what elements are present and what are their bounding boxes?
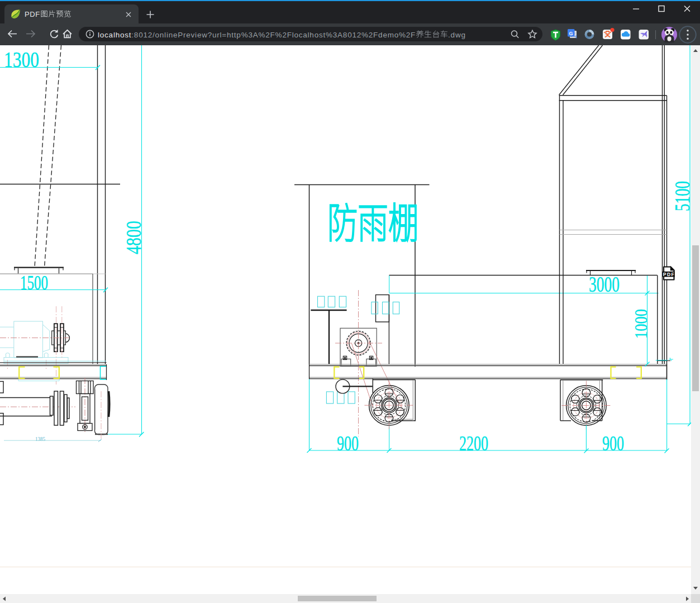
svg-text:1000: 1000 [631, 309, 651, 339]
svg-text:4800: 4800 [122, 221, 145, 254]
svg-text:900: 900 [337, 432, 359, 455]
svg-text:5100: 5100 [671, 181, 692, 211]
svg-text:1385: 1385 [35, 435, 45, 442]
svg-text:G: G [569, 31, 573, 36]
svg-text:3000: 3000 [589, 271, 620, 297]
svg-text:PDF: PDF [663, 272, 674, 277]
svg-text:1500: 1500 [20, 272, 48, 294]
svg-text:2200: 2200 [459, 432, 488, 455]
svg-text:1300: 1300 [4, 46, 39, 72]
svg-text:900: 900 [602, 432, 624, 455]
